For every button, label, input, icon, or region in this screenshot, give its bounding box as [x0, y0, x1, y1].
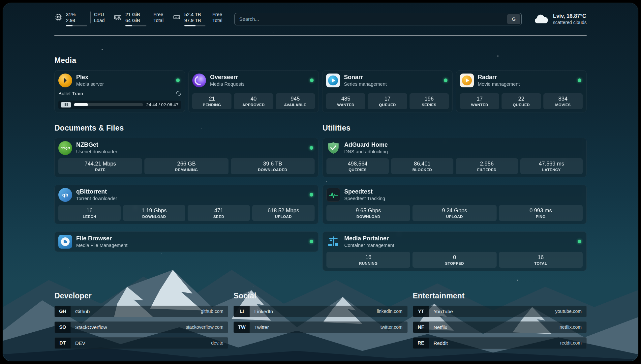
app-subtitle: Container management: [344, 242, 394, 248]
cpu-metric: 31% 2.94 CPU Load: [54, 12, 105, 26]
app-subtitle: Usenet downloader: [76, 149, 117, 155]
bookmark-name: Reddit: [434, 340, 448, 346]
stat-value: 16: [60, 207, 119, 214]
section-title-developer: Developer: [54, 291, 228, 300]
bookmark-url: netflix.com: [560, 324, 582, 330]
bookmark-netflix[interactable]: NF Netflix netflix.com: [413, 321, 587, 333]
sonarr-icon: [326, 74, 340, 87]
hard-drive-icon: [173, 13, 181, 21]
bookmark-twitter[interactable]: TW Twitter twitter.com: [233, 321, 407, 333]
bookmark-dev[interactable]: DT DEV dev.to: [54, 337, 228, 349]
stat-label: BLOCKED: [392, 168, 452, 172]
stat-value: 16: [500, 254, 581, 261]
stat-label: UPLOAD: [254, 215, 313, 219]
playback-progress-bar[interactable]: [74, 103, 143, 106]
radarr-card[interactable]: Radarr Movie management 17 WANTED 22 QUE…: [456, 70, 587, 112]
search-engine-button[interactable]: G: [507, 14, 520, 24]
bookmark-linkedin[interactable]: LI LinkedIn linkedin.com: [233, 306, 407, 317]
plex-card[interactable]: Plex Media server Bullet Train: [54, 70, 185, 112]
disk-metric: 52.4 TB 97.9 TB Free Total: [173, 12, 223, 26]
bookmark-abbr: GH: [55, 306, 71, 317]
stat-tile: 17 WANTED: [460, 93, 499, 109]
speedtest-card[interactable]: Speedtest Speedtest Tracking 9.65 Gbps D…: [322, 185, 587, 224]
bookmark-url: stackoverflow.com: [186, 324, 223, 330]
stat-label: QUERIES: [328, 168, 387, 172]
topbar-divider: [54, 35, 587, 36]
bookmark-name: StackOverflow: [75, 324, 107, 330]
stat-label: PING: [500, 215, 581, 219]
app-subtitle: DNS and adblocking: [344, 149, 388, 155]
stat-value: 1.19 Gbps: [124, 207, 184, 214]
stat-tile: 498,564 QUERIES: [326, 158, 389, 174]
bookmark-url: github.com: [201, 309, 223, 314]
bookmark-name: DEV: [75, 340, 85, 346]
system-metrics: 31% 2.94 CPU Load: [54, 12, 223, 26]
disk-progress-bar: [184, 25, 205, 26]
app-subtitle: Media Requests: [210, 81, 245, 87]
stat-value: 9.65 Gbps: [328, 207, 409, 214]
stat-label: RATE: [60, 168, 141, 172]
app-subtitle: Movie management: [478, 81, 520, 87]
search-input[interactable]: [235, 13, 506, 25]
nzbget-card[interactable]: nzbget NZBGet Usenet downloader 744.21 M…: [54, 138, 319, 177]
app-subtitle: Media server: [76, 81, 104, 87]
search-bar: G: [234, 13, 522, 25]
bookmark-abbr: NF: [413, 322, 429, 333]
stat-label: DOWNLOAD: [124, 215, 184, 219]
status-online-dot: [310, 240, 313, 243]
stat-label: LATENCY: [522, 168, 581, 172]
stat-label: SEED: [189, 215, 249, 219]
qbittorrent-card[interactable]: qb qBittorrent Torrent downloader 16: [54, 185, 319, 224]
gear-icon[interactable]: [176, 91, 181, 96]
bookmark-abbr: YT: [413, 306, 429, 317]
stat-value: 266 GB: [146, 160, 227, 167]
stat-value: 471: [189, 207, 249, 214]
stat-value: 0: [414, 254, 495, 261]
bookmark-url: linkedin.com: [377, 309, 403, 314]
stat-value: 17: [461, 95, 498, 102]
stat-tile: 16 LEECH: [58, 205, 121, 221]
app-name: File Browser: [76, 235, 128, 242]
stat-label: SERIES: [411, 103, 447, 107]
stat-label: DOWNLOAD: [328, 215, 409, 219]
stat-value: 47.569 ms: [522, 160, 581, 167]
stat-label: RUNNING: [328, 261, 409, 265]
speedtest-pulse-icon: [326, 188, 340, 202]
nzbget-icon: nzbget: [58, 141, 72, 155]
sonarr-card[interactable]: Sonarr Series management 485 WANTED 17 Q…: [322, 70, 453, 112]
bookmark-abbr: DT: [55, 338, 71, 349]
stat-value: 498,564: [328, 160, 387, 167]
bookmark-stackoverflow[interactable]: SO StackOverflow stackoverflow.com: [54, 321, 228, 333]
filebrowser-card[interactable]: File Browser Media File Management: [54, 231, 319, 252]
bookmark-name: LinkedIn: [254, 309, 273, 314]
stat-value: 744.21 Mbps: [60, 160, 141, 167]
overseerr-card[interactable]: Overseerr Media Requests 21 PENDING 40 A…: [188, 70, 319, 112]
dashboard-screen: 31% 2.94 CPU Load: [3, 3, 638, 361]
bookmark-url: reddit.com: [560, 340, 582, 346]
stat-tile: 196 SERIES: [410, 93, 449, 109]
stat-tile: 945 AVAILABLE: [276, 93, 315, 109]
stat-tile: 0 STOPPED: [412, 252, 496, 268]
weather-widget: Lviv, 16.87°C scattered clouds: [534, 13, 587, 25]
bookmark-youtube[interactable]: YT YouTube youtube.com: [413, 306, 587, 317]
stat-label: REMAINING: [146, 168, 227, 172]
bookmark-github[interactable]: GH Github github.com: [54, 306, 228, 317]
adguard-shield-icon: [326, 141, 340, 155]
adguard-card[interactable]: AdGuard Home DNS and adblocking 498,564 …: [322, 138, 587, 177]
section-title-media: Media: [54, 56, 587, 65]
weather-condition: scattered clouds: [553, 19, 587, 25]
portainer-card[interactable]: Media Portainer Container management 16 …: [322, 231, 587, 271]
bookmark-url: twitter.com: [381, 324, 403, 330]
app-subtitle: Torrent downloader: [76, 196, 117, 201]
stat-label: UPLOAD: [414, 215, 495, 219]
stat-value: 834: [545, 95, 581, 102]
stat-value: 485: [327, 95, 364, 102]
stat-tile: 9.24 Gbps UPLOAD: [412, 205, 496, 221]
cpu-load-value: 2.94: [66, 17, 87, 23]
stat-value: 0.993 ms: [500, 207, 581, 214]
plex-player: 24:44 / 02:06:47: [58, 101, 181, 109]
bookmark-reddit[interactable]: RE Reddit reddit.com: [413, 337, 587, 349]
ram-total: 64 GiB: [125, 17, 146, 23]
pause-icon[interactable]: [61, 102, 71, 107]
stat-label: AVAILABLE: [277, 103, 314, 107]
